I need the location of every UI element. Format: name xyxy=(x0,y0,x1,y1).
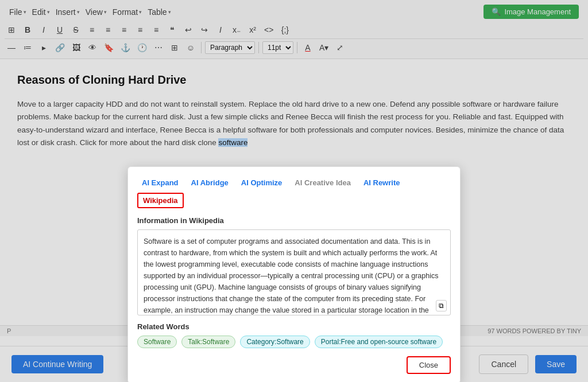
close-row: Close xyxy=(137,356,451,374)
tab-ai-rewrite[interactable]: AI Rewrite xyxy=(359,176,405,189)
info-content-text: Software is a set of computer programs a… xyxy=(144,237,438,315)
tag-talk-software[interactable]: Talk:Software xyxy=(181,336,235,348)
info-content-box[interactable]: Software is a set of computer programs a… xyxy=(137,229,451,315)
ai-popup: AI Expand AI Abridge AI Optimize AI Crea… xyxy=(127,166,461,382)
close-button[interactable]: Close xyxy=(407,356,451,374)
tab-ai-creative[interactable]: AI Creative Idea xyxy=(290,176,355,189)
wikipedia-info-section: Information in Wikipedia Software is a s… xyxy=(137,216,451,315)
tag-software[interactable]: Software xyxy=(137,336,177,348)
tab-ai-expand[interactable]: AI Expand xyxy=(137,176,183,189)
copy-content-button[interactable]: ⧉ xyxy=(436,300,447,311)
tag-portal-software[interactable]: Portal:Free and open-source software xyxy=(315,336,443,348)
tab-ai-abridge[interactable]: AI Abridge xyxy=(187,176,233,189)
related-words-title: Related Words xyxy=(137,322,451,331)
tag-category-software[interactable]: Category:Software xyxy=(240,336,310,348)
related-tags: Software Talk:Software Category:Software… xyxy=(137,336,451,348)
tab-wikipedia[interactable]: Wikipedia xyxy=(137,193,184,208)
tab-ai-optimize[interactable]: AI Optimize xyxy=(237,176,287,189)
info-section-title: Information in Wikipedia xyxy=(137,216,451,225)
ai-tabs: AI Expand AI Abridge AI Optimize AI Crea… xyxy=(137,176,451,208)
related-words-section: Related Words Software Talk:Software Cat… xyxy=(137,322,451,348)
